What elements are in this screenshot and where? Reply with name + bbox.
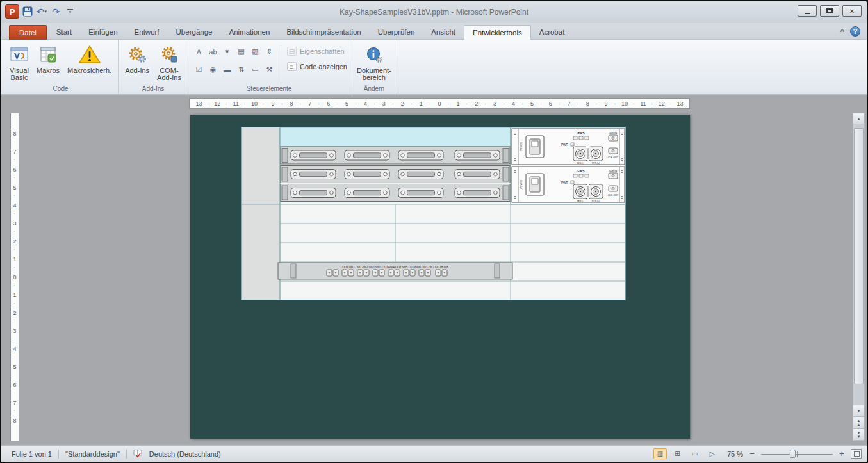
- window-controls: ✕: [798, 5, 862, 17]
- ruler-number: 6: [541, 99, 560, 108]
- scrollbar-control[interactable]: ⇕: [263, 45, 276, 58]
- slide-counter[interactable]: Folie 1 von 1: [12, 450, 52, 458]
- zoom-level[interactable]: 75 %: [723, 450, 743, 458]
- vertical-ruler[interactable]: 87654321012345678: [10, 113, 19, 441]
- minimize-button[interactable]: [798, 5, 817, 17]
- com-addins-gear-icon: [160, 43, 179, 66]
- combobox-control[interactable]: ▾: [220, 45, 234, 58]
- tab-bildschirmpraesentation[interactable]: Bildschirmpräsentation: [278, 25, 369, 39]
- horizontal-ruler[interactable]: 13121110987654321012345678910111213: [189, 98, 690, 109]
- visual-basic-label-2: Basic: [10, 74, 29, 81]
- ribbon: VisualBasic Makros Makrosicherh. Code: [1, 40, 867, 95]
- reading-view-icon: ▭: [692, 450, 698, 457]
- equipment-drawing-shape[interactable]: POWER FWS PWR: [241, 127, 626, 300]
- ruler-number: 9: [264, 99, 283, 108]
- code-anzeigen-button[interactable]: ≡ Code anzeigen: [287, 62, 347, 71]
- app-icon-letter: P: [10, 7, 15, 17]
- ruler-number: 9: [597, 99, 616, 108]
- tab-datei[interactable]: Datei: [9, 25, 47, 40]
- customize-caret-icon: ▾: [69, 10, 72, 14]
- listbox-control[interactable]: ▤: [234, 45, 248, 58]
- save-button[interactable]: [22, 5, 33, 18]
- addins-button[interactable]: Add-Ins: [121, 41, 153, 84]
- tab-entwicklertools[interactable]: Entwicklertools: [464, 25, 531, 40]
- ruler-number: 12: [652, 99, 671, 108]
- eigenschaften-label: Eigenschaften: [300, 47, 345, 55]
- minimize-ribbon-button[interactable]: ^: [840, 28, 844, 35]
- fit-to-window-button[interactable]: [851, 449, 862, 459]
- slideshow-icon: ▷: [710, 450, 715, 457]
- checkbox-control[interactable]: ☑: [192, 63, 206, 76]
- ruler-number: 2: [467, 99, 486, 108]
- tab-uebergaenge[interactable]: Übergänge: [168, 25, 221, 39]
- statusbar-separator: [58, 450, 59, 459]
- vertical-scrollbar[interactable]: ▲ ▼ ▲▲ ▼▼: [853, 113, 865, 441]
- properties-icon: ▤: [287, 47, 297, 56]
- dokumentbereich-button[interactable]: Dokument-bereich: [353, 41, 395, 84]
- undo-button[interactable]: ↶▾: [36, 5, 47, 18]
- normal-view-button[interactable]: ▥: [653, 448, 667, 459]
- zoom-out-button[interactable]: −: [747, 449, 757, 459]
- tab-entwurf[interactable]: Entwurf: [126, 25, 168, 39]
- language-indicator[interactable]: Deutsch (Deutschland): [149, 450, 221, 458]
- tab-ueberpruefen[interactable]: Überprüfen: [370, 25, 423, 39]
- spellcheck-icon[interactable]: [133, 449, 143, 459]
- image-control[interactable]: ▧: [249, 45, 262, 58]
- tab-acrobat[interactable]: Acrobat: [531, 25, 573, 39]
- titlebar[interactable]: P ↶▾ ↷ ▾ Kay-ShapeSamplesV31bV.pptm - Mi…: [1, 1, 867, 23]
- slide-sorter-view-button[interactable]: ⊞: [671, 448, 684, 459]
- ribbon-group-steuerelemente: Aab▾▤▧⇕☑◉▬⇅▭⚒ ▤ Eigenschaften ≡ Code anz…: [188, 40, 350, 94]
- previous-slide-button[interactable]: ▲▲: [853, 416, 864, 428]
- spinbutton-control[interactable]: ⇅: [234, 63, 248, 76]
- makrosicherheit-button[interactable]: Makrosicherh.: [63, 41, 115, 84]
- more-controls[interactable]: ⚒: [263, 63, 276, 76]
- window-title: Kay-ShapeSamplesV31bV.pptm - Microsoft P…: [1, 1, 867, 23]
- group-label-steuerelemente: Steuerelemente: [188, 84, 350, 94]
- slide[interactable]: POWER FWS PWR: [190, 115, 690, 439]
- design-name[interactable]: "Standarddesign": [65, 450, 120, 458]
- ruler-number: 13: [190, 99, 208, 108]
- togglebutton-control[interactable]: ▬: [220, 63, 234, 76]
- tab-start[interactable]: Start: [48, 25, 80, 39]
- ruler-number: 8: [11, 412, 19, 430]
- controls-buttons-column: ▤ Eigenschaften ≡ Code anzeigen: [287, 41, 347, 84]
- statusbar-separator: [126, 450, 127, 459]
- redo-button[interactable]: ↷: [50, 5, 61, 18]
- next-slide-button[interactable]: ▼▼: [853, 428, 864, 441]
- zoom-in-button[interactable]: +: [837, 449, 847, 459]
- scroll-up-button[interactable]: ▲: [853, 113, 864, 124]
- scroll-down-button[interactable]: ▼: [853, 405, 864, 416]
- scrollbar-thumb[interactable]: [854, 128, 864, 384]
- editing-area: 13121110987654321012345678910111213 8765…: [1, 95, 867, 445]
- powerpoint-app-icon[interactable]: P: [5, 4, 19, 19]
- tab-einfuegen[interactable]: Einfügen: [80, 25, 126, 39]
- label-control[interactable]: A: [192, 45, 206, 58]
- zoom-slider[interactable]: [761, 449, 833, 459]
- ribbon-group-code: VisualBasic Makros Makrosicherh. Code: [3, 40, 119, 94]
- customize-quick-access-button[interactable]: ▾: [64, 5, 76, 18]
- reading-view-button[interactable]: ▭: [688, 448, 701, 459]
- addins-gear-icon: [127, 43, 147, 66]
- close-button[interactable]: ✕: [842, 5, 862, 17]
- ruler-number: 2: [393, 99, 412, 108]
- tab-animationen[interactable]: Animationen: [220, 25, 278, 39]
- slideshow-view-button[interactable]: ▷: [705, 448, 719, 459]
- rack-row-3: [281, 184, 510, 202]
- makros-button[interactable]: Makros: [33, 41, 63, 84]
- zoom-slider-thumb[interactable]: [790, 450, 796, 458]
- textbox-control[interactable]: ab: [206, 45, 220, 58]
- eigenschaften-button[interactable]: ▤ Eigenschaften: [287, 47, 347, 56]
- com-addins-button[interactable]: COM-Add-Ins: [153, 41, 185, 84]
- normal-view-icon: ▥: [657, 450, 663, 457]
- maximize-button[interactable]: [820, 5, 839, 17]
- ruler-number: 0: [430, 99, 449, 108]
- scrollbar-track[interactable]: [853, 124, 864, 405]
- tab-ansicht[interactable]: Ansicht: [423, 25, 464, 39]
- group-label-code: Code: [3, 84, 118, 94]
- optionbutton-control[interactable]: ◉: [206, 63, 220, 76]
- group-label-addins: Add-Ins: [119, 84, 188, 94]
- psu-module-1: [512, 129, 625, 165]
- commandbutton-control[interactable]: ▭: [249, 63, 262, 76]
- visual-basic-button[interactable]: VisualBasic: [6, 41, 33, 84]
- help-button[interactable]: ?: [850, 26, 860, 37]
